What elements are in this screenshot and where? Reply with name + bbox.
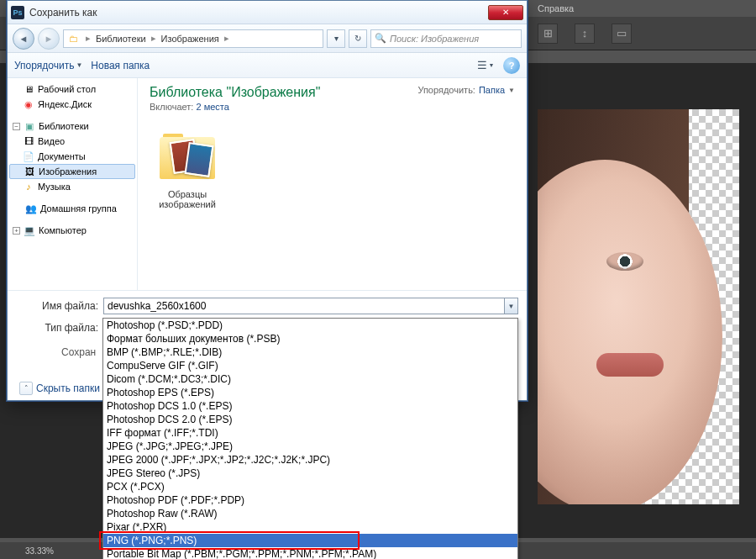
ps-app-icon: Ps xyxy=(11,6,24,19)
tree-video[interactable]: 🎞Видео xyxy=(8,134,137,149)
filetype-option[interactable]: BMP (*.BMP;*.RLE;*.DIB) xyxy=(103,345,517,359)
filetype-option[interactable]: Pixar (*.PXR) xyxy=(103,520,517,534)
filetype-option[interactable]: JPEG Stereo (*.JPS) xyxy=(103,467,517,480)
dialog-titlebar[interactable]: Ps Сохранить как ✕ xyxy=(8,1,527,24)
breadcrumb-sep-icon: ▸ xyxy=(82,33,94,44)
tool-setting-2[interactable]: ↕ xyxy=(575,24,595,44)
computer-icon: 💻 xyxy=(24,224,35,236)
filename-input[interactable]: devushka_2560x1600 ▼ xyxy=(103,298,518,314)
tool-setting-1[interactable]: ⊞ xyxy=(538,24,558,44)
chevron-down-icon: ▼ xyxy=(76,61,82,69)
music-icon: ♪ xyxy=(23,181,34,192)
chevron-down-icon: ▼ xyxy=(489,62,495,68)
filetype-option[interactable]: Portable Bit Map (*.PBM;*.PGM;*.PPM;*.PN… xyxy=(103,547,517,559)
desktop-icon: 🖥 xyxy=(23,83,34,95)
forward-button[interactable]: ► xyxy=(38,28,60,50)
folder-item[interactable]: Образцы изображений xyxy=(150,134,225,209)
filetype-option[interactable]: Формат больших документов (*.PSB) xyxy=(103,332,517,345)
filetype-option[interactable]: IFF формат (*.IFF;*.TDI) xyxy=(103,426,517,440)
tree-computer[interactable]: +💻Компьютер xyxy=(8,223,137,238)
folder-label: Образцы изображений xyxy=(150,189,225,209)
folder-icon xyxy=(155,134,220,184)
filetype-option[interactable]: JPEG (*.JPG;*.JPEG;*.JPE) xyxy=(103,440,517,453)
breadcrumb-root[interactable]: Библиотеки xyxy=(94,34,148,44)
content-pane[interactable]: Упорядочить: Папка ▼ Библиотека "Изображ… xyxy=(138,78,527,290)
filetype-option[interactable]: JPEG 2000 (*.JPF;*.JPX;*.JP2;*.J2C;*.J2K… xyxy=(103,453,517,467)
filetype-option[interactable]: CompuServe GIF (*.GIF) xyxy=(103,359,517,372)
view-options-button[interactable]: ☰ ▼ xyxy=(476,57,495,74)
filetype-option[interactable]: Photoshop DCS 2.0 (*.EPS) xyxy=(103,413,517,426)
image-content-face xyxy=(538,160,722,504)
tree-yandex-disk[interactable]: ◉Яндекс.Диск xyxy=(8,97,137,112)
chevron-down-icon[interactable]: ▼ xyxy=(504,298,517,314)
refresh-button[interactable]: ↻ xyxy=(349,29,367,48)
search-placeholder: Поиск: Изображения xyxy=(390,34,479,44)
hide-folders-button[interactable]: ˄ Скрыть папки xyxy=(19,382,100,395)
zoom-level[interactable]: 33.33% xyxy=(25,546,54,556)
sort-control[interactable]: Упорядочить: Папка ▼ xyxy=(417,85,515,95)
document-canvas[interactable] xyxy=(538,109,739,504)
tree-libraries[interactable]: −▣Библиотеки xyxy=(8,119,137,134)
sort-value[interactable]: Папка xyxy=(479,85,505,95)
yadisk-icon: ◉ xyxy=(23,98,34,110)
filetype-dropdown[interactable]: Photoshop (*.PSD;*.PDD)Формат больших до… xyxy=(102,318,518,559)
breadcrumb-dropdown[interactable]: ▾ xyxy=(327,29,345,48)
filetype-option[interactable]: Photoshop (*.PSD;*.PDD) xyxy=(103,319,517,332)
libraries-icon: ▣ xyxy=(24,120,35,132)
dialog-toolbar: Упорядочить ▼ Новая папка ☰ ▼ ? xyxy=(8,53,527,78)
places-link[interactable]: 2 места xyxy=(196,102,228,112)
tool-setting-3[interactable]: ▭ xyxy=(612,24,632,44)
collapse-icon[interactable]: − xyxy=(13,123,20,130)
search-icon: 🔍 xyxy=(375,33,386,44)
filetype-option[interactable]: Photoshop EPS (*.EPS) xyxy=(103,386,517,399)
filetype-label: Тип файла: xyxy=(16,322,103,334)
breadcrumb-sep-icon: ▸ xyxy=(148,33,160,44)
back-button[interactable]: ◄ xyxy=(13,28,34,50)
organize-button[interactable]: Упорядочить ▼ xyxy=(14,60,82,71)
tree-desktop[interactable]: 🖥Рабочий стол xyxy=(8,82,137,97)
homegroup-icon: 👥 xyxy=(25,203,37,214)
filetype-option[interactable]: Photoshop PDF (*.PDF;*.PDP) xyxy=(103,493,517,507)
tree-homegroup[interactable]: 👥Домашняя группа xyxy=(8,201,137,216)
help-button[interactable]: ? xyxy=(503,57,520,74)
menu-help[interactable]: Справка xyxy=(538,3,574,13)
documents-icon: 📄 xyxy=(23,150,34,162)
filetype-option[interactable]: Dicom (*.DCM;*.DC3;*.DIC) xyxy=(103,372,517,386)
video-icon: 🎞 xyxy=(23,135,34,147)
filetype-option[interactable]: PCX (*.PCX) xyxy=(103,480,517,493)
breadcrumb-folder[interactable]: Изображения xyxy=(160,34,221,44)
filename-label: Имя файла: xyxy=(16,300,103,312)
filetype-option[interactable]: Photoshop Raw (*.RAW) xyxy=(103,507,517,520)
tree-images[interactable]: 🖼Изображения xyxy=(9,164,135,179)
dialog-title: Сохранить как xyxy=(29,7,488,18)
filetype-option[interactable]: PNG (*.PNG;*.PNS) xyxy=(103,534,517,547)
tree-music[interactable]: ♪Музыка xyxy=(8,179,137,194)
nav-tree[interactable]: 🖥Рабочий стол ◉Яндекс.Диск −▣Библиотеки … xyxy=(8,78,138,290)
library-subtitle: Включает: 2 места xyxy=(150,102,515,112)
expand-icon[interactable]: + xyxy=(13,227,20,235)
images-icon: 🖼 xyxy=(24,166,35,177)
chevron-down-icon: ▼ xyxy=(508,87,515,94)
nav-bar: ◄ ► 🗀 ▸ Библиотеки ▸ Изображения ▸ ▾ ↻ 🔍… xyxy=(8,24,527,53)
chevron-up-icon: ˄ xyxy=(19,382,33,395)
new-folder-button[interactable]: Новая папка xyxy=(91,60,150,71)
search-input[interactable]: 🔍 Поиск: Изображения xyxy=(370,29,522,48)
tree-documents[interactable]: 📄Документы xyxy=(8,149,137,164)
libraries-icon: 🗀 xyxy=(64,34,82,44)
close-button[interactable]: ✕ xyxy=(488,5,523,20)
filetype-option[interactable]: Photoshop DCS 1.0 (*.EPS) xyxy=(103,399,517,413)
breadcrumb-sep-icon: ▸ xyxy=(221,33,233,44)
breadcrumb[interactable]: 🗀 ▸ Библиотеки ▸ Изображения ▸ xyxy=(63,29,323,48)
